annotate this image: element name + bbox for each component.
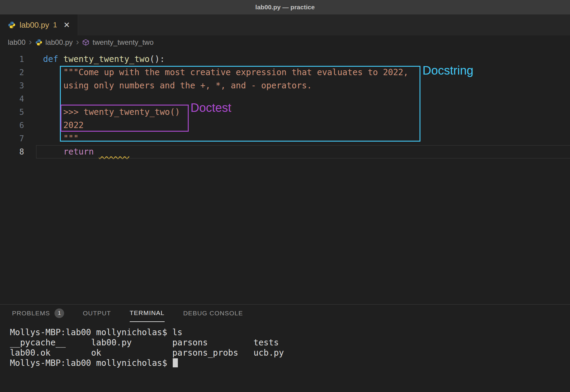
line-content: """Come up with the most creative expres…	[43, 66, 408, 79]
line-number: 1	[0, 53, 24, 66]
panel-tab-label: OUTPUT	[83, 310, 111, 317]
python-icon	[8, 21, 16, 29]
chevron-right-icon: ›	[76, 37, 79, 46]
panel-tab-output[interactable]: OUTPUT	[83, 305, 111, 322]
line-number: 4	[0, 92, 24, 106]
panel-tab-debug-console[interactable]: DEBUG CONSOLE	[183, 305, 243, 322]
tab-lab00-py[interactable]: lab00.py 1 ✕	[0, 14, 78, 35]
line-content: using only numbers and the +, *, and - o…	[43, 79, 312, 92]
line-content: """	[43, 132, 79, 145]
terminal-cursor	[173, 358, 178, 367]
editor-tab-bar: lab00.py 1 ✕	[0, 14, 570, 35]
close-icon[interactable]: ✕	[64, 20, 70, 30]
code-line-6[interactable]: 6 2022	[0, 119, 570, 132]
bottom-panel: PROBLEMS1OUTPUTTERMINALDEBUG CONSOLE Mol…	[0, 304, 570, 392]
problems-count-badge: 1	[54, 308, 64, 318]
chevron-right-icon: ›	[29, 37, 32, 46]
line-content: def twenty_twenty_two():	[43, 53, 165, 66]
python-icon	[35, 39, 42, 46]
panel-tab-label: DEBUG CONSOLE	[183, 310, 243, 317]
breadcrumb-item-twenty-twenty-two[interactable]: twenty_twenty_two	[92, 38, 153, 47]
terminal-line: lab00.ok ok parsons_probs ucb.py	[10, 348, 570, 358]
tab-label: lab00.py	[20, 20, 49, 30]
panel-tab-terminal[interactable]: TERMINAL	[130, 305, 165, 322]
breadcrumb: lab00 › lab00.py › twenty_twenty_two	[0, 35, 570, 49]
symbol-class-icon	[82, 39, 89, 46]
line-content: 2022	[43, 119, 84, 132]
terminal-line: __pycache__ lab00.py parsons tests	[10, 338, 570, 348]
line-content: return	[43, 145, 129, 158]
panel-tabs: PROBLEMS1OUTPUTTERMINALDEBUG CONSOLE	[0, 305, 570, 322]
vscode-window: lab00.py — practice lab00.py 1 ✕ lab00 ›…	[0, 0, 570, 392]
line-number: 5	[0, 106, 24, 119]
line-number: 8	[0, 145, 24, 158]
terminal-line: Mollys-MBP:lab00 mollynicholas$ ls	[10, 327, 570, 338]
tab-modified-badge: 1	[53, 21, 57, 29]
line-number: 3	[0, 79, 24, 92]
code-line-4[interactable]: 4	[0, 92, 570, 106]
line-number: 2	[0, 66, 24, 79]
breadcrumb-item-lab00[interactable]: lab00	[8, 38, 26, 47]
code-line-2[interactable]: 2 """Come up with the most creative expr…	[0, 66, 570, 79]
code-line-3[interactable]: 3 using only numbers and the +, *, and -…	[0, 79, 570, 92]
code-line-7[interactable]: 7 """	[0, 132, 570, 145]
terminal-prompt-line: Mollys-MBP:lab00 mollynicholas$	[10, 358, 570, 368]
panel-tab-label: PROBLEMS	[12, 310, 50, 317]
breadcrumb-item-lab00-py[interactable]: lab00.py	[45, 38, 73, 47]
titlebar: lab00.py — practice	[0, 0, 570, 14]
window-title: lab00.py — practice	[255, 4, 314, 11]
code-editor[interactable]: 1def twenty_twenty_two():2 """Come up wi…	[0, 49, 570, 304]
code-line-1[interactable]: 1def twenty_twenty_two():	[0, 53, 570, 66]
code-line-5[interactable]: 5 >>> twenty_twenty_two()	[0, 106, 570, 119]
code-line-8[interactable]: 8 return	[0, 145, 570, 158]
panel-tab-problems[interactable]: PROBLEMS1	[12, 305, 64, 322]
terminal-prompt: Mollys-MBP:lab00 mollynicholas$	[10, 358, 172, 368]
line-number: 7	[0, 132, 24, 145]
line-number: 6	[0, 119, 24, 132]
terminal-output[interactable]: Mollys-MBP:lab00 mollynicholas$ ls__pyca…	[0, 322, 570, 368]
panel-tab-label: TERMINAL	[130, 309, 165, 317]
code-lines: 1def twenty_twenty_two():2 """Come up wi…	[0, 53, 570, 158]
line-content: >>> twenty_twenty_two()	[43, 106, 180, 119]
